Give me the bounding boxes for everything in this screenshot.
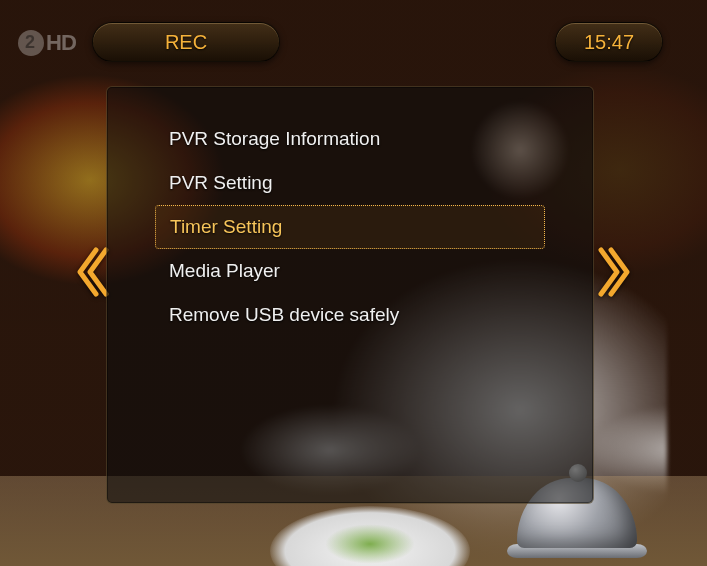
nav-left-button[interactable] bbox=[72, 244, 110, 300]
menu-item[interactable]: Remove USB device safely bbox=[155, 293, 545, 337]
menu-item-label: Media Player bbox=[169, 260, 280, 281]
chevron-left-icon bbox=[72, 244, 110, 300]
channel-logo-icon bbox=[18, 30, 44, 56]
menu-item[interactable]: Timer Setting bbox=[155, 205, 545, 249]
menu-panel: PVR Storage InformationPVR SettingTimer … bbox=[106, 86, 594, 504]
nav-right-button[interactable] bbox=[597, 244, 635, 300]
clock-time: 15:47 bbox=[584, 31, 634, 53]
menu-title-pill: REC bbox=[92, 22, 280, 62]
menu-item[interactable]: PVR Storage Information bbox=[155, 117, 545, 161]
menu-item[interactable]: PVR Setting bbox=[155, 161, 545, 205]
menu-title: REC bbox=[165, 31, 207, 53]
channel-logo: HD bbox=[18, 30, 76, 56]
menu-item-label: Timer Setting bbox=[170, 216, 282, 237]
chevron-right-icon bbox=[597, 244, 635, 300]
menu-item[interactable]: Media Player bbox=[155, 249, 545, 293]
menu-list: PVR Storage InformationPVR SettingTimer … bbox=[155, 117, 545, 337]
menu-item-label: PVR Setting bbox=[169, 172, 273, 193]
tv-screen: HD REC 15:47 PVR Storage InformationPVR … bbox=[0, 0, 707, 566]
menu-item-label: PVR Storage Information bbox=[169, 128, 380, 149]
menu-item-label: Remove USB device safely bbox=[169, 304, 399, 325]
channel-logo-text: HD bbox=[46, 30, 76, 56]
clock-pill: 15:47 bbox=[555, 22, 663, 62]
